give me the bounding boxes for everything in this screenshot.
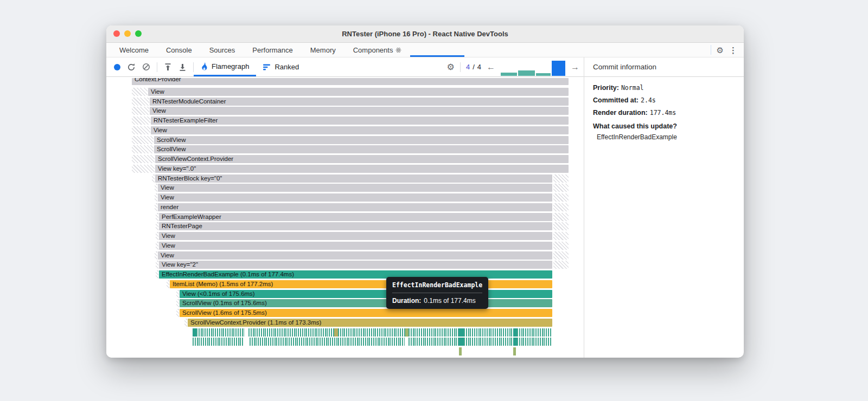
did-not-render-hatch [553, 203, 569, 211]
flame-row[interactable]: ItemList (Memo) (1.5ms of 177.2ms) [170, 280, 552, 288]
flame-row[interactable]: View [158, 193, 552, 202]
commit-bar-selected[interactable] [552, 61, 565, 76]
field-value: 2.4s [641, 96, 656, 104]
divider [157, 62, 157, 72]
download-profile-icon[interactable] [178, 63, 187, 72]
flame-micro-bars[interactable] [250, 338, 405, 346]
flame-micro-bars[interactable] [517, 328, 552, 337]
commit-bar[interactable] [501, 73, 517, 76]
flame-micro-bars[interactable] [517, 338, 552, 346]
flame-micro-bars[interactable] [196, 328, 244, 337]
flamegraph-tab-label: Flamegraph [212, 62, 249, 70]
flame-row-label: View [161, 252, 174, 258]
flame-row[interactable]: View [158, 184, 552, 192]
flame-row[interactable]: ScrollView (1.6ms of 175.5ms) [180, 309, 552, 317]
flame-row[interactable]: EffectInRenderBadExample (0.1ms of 177.4… [159, 270, 552, 279]
did-not-render-hatch [156, 270, 158, 279]
tab-label: Console [166, 46, 192, 54]
flame-row[interactable]: View [148, 88, 569, 96]
flame-row[interactable]: ScrollView [154, 136, 569, 144]
flame-micro-bars[interactable] [334, 328, 338, 337]
devtools-tab-performance[interactable]: Performance [244, 43, 301, 57]
flame-micro-bars[interactable] [464, 328, 513, 337]
flame-micro-bars[interactable] [459, 338, 464, 346]
flame-row[interactable]: RNTesterPage [159, 222, 552, 230]
flame-row[interactable]: View key=".0" [155, 165, 569, 173]
commit-bar[interactable] [536, 73, 551, 76]
devtools-tab-welcome[interactable]: Welcome [111, 43, 157, 57]
upload-profile-icon[interactable] [164, 63, 172, 72]
field-label: Priority: [593, 84, 619, 92]
flame-row[interactable]: View [151, 126, 569, 134]
flame-row[interactable]: ScrollViewContext.Provider (1.1ms of 173… [188, 319, 552, 327]
did-not-render-hatch [184, 319, 187, 327]
flame-row[interactable]: View [158, 251, 552, 260]
flame-row[interactable]: ScrollViewContext.Provider [155, 155, 569, 163]
window-title: RNTester (iPhone 16 Pro) - React Native … [342, 30, 508, 38]
flame-row[interactable]: View [159, 232, 552, 240]
flame-micro-bars[interactable] [513, 328, 517, 337]
devtools-tab-sources[interactable]: Sources [201, 43, 244, 57]
flame-row[interactable]: Context.Provider [132, 78, 569, 85]
close-window-button[interactable] [113, 30, 120, 37]
did-not-render-hatch [132, 98, 149, 106]
kebab-menu-icon[interactable]: ⋮ [729, 46, 737, 54]
tab-flamegraph[interactable]: Flamegraph [194, 57, 256, 76]
flame-micro-bars[interactable] [193, 328, 196, 337]
devtools-tab-memory[interactable]: Memory [302, 43, 344, 57]
flamegraph-canvas[interactable]: EffectInRenderBadExample Duration:0.1ms … [106, 77, 584, 358]
devtools-window: RNTester (iPhone 16 Pro) - React Native … [106, 25, 744, 358]
clear-profile-icon[interactable] [142, 63, 150, 71]
flame-micro-bars[interactable] [464, 338, 513, 346]
flame-row[interactable]: RNTesterModuleContainer [150, 98, 569, 106]
flame-row-label: ItemList (Memo) (1.5ms of 177.2ms) [173, 281, 273, 287]
flame-row[interactable]: View [159, 242, 552, 250]
devtools-tab-profiler[interactable] [410, 43, 464, 57]
toolbar-left-group [106, 57, 194, 76]
next-commit-arrow-icon[interactable]: → [571, 62, 579, 72]
flame-micro-bars[interactable] [459, 328, 464, 337]
commit-selector[interactable] [501, 61, 565, 76]
did-not-render-hatch [553, 242, 569, 250]
flame-micro-bars[interactable] [338, 328, 405, 337]
flame-micro-bars[interactable] [409, 338, 459, 346]
flame-row[interactable]: RNTesterBlock key="0" [155, 174, 552, 183]
flame-row-label: View [154, 127, 167, 133]
flame-row[interactable]: render [158, 203, 552, 211]
flame-row[interactable]: ScrollView (0.1ms of 175.6ms) [180, 299, 552, 307]
zoom-window-button[interactable] [135, 30, 142, 37]
devtools-tab-console[interactable]: Console [157, 43, 201, 57]
flame-row-label: ScrollView (0.1ms of 175.6ms) [182, 300, 267, 306]
profiler-settings-gear-icon[interactable]: ⚙ [447, 63, 455, 72]
previous-commit-arrow-icon[interactable]: ← [487, 62, 495, 72]
did-not-render-hatch [553, 251, 569, 260]
flame-row[interactable]: View [150, 107, 569, 115]
flame-row[interactable]: ScrollView [154, 145, 569, 153]
record-button[interactable] [114, 64, 120, 70]
flame-row[interactable]: PerfExampleWrapper [159, 213, 552, 221]
ranked-tab-label: Ranked [275, 63, 299, 71]
flame-micro-bars[interactable] [248, 328, 334, 337]
did-not-render-hatch [553, 232, 569, 240]
atom-icon [395, 47, 401, 53]
flame-micro-bars[interactable] [513, 338, 517, 346]
cause-component[interactable]: EffectInRenderBadExample [593, 133, 735, 141]
flame-row[interactable]: View (<0.1ms of 175.6ms) [180, 290, 552, 298]
devtools-tab-components[interactable]: Components [344, 43, 411, 57]
tooltip-duration-value: 0.1ms of 177.4ms [424, 297, 475, 305]
flame-micro-bars[interactable] [193, 338, 244, 346]
flame-micro-bars[interactable] [459, 347, 462, 355]
commit-info-field: Priority:Normal [593, 84, 735, 92]
flame-row-label: View [162, 242, 175, 249]
flame-row[interactable]: View key="2" [159, 261, 552, 269]
field-value: Normal [621, 84, 644, 92]
flame-micro-bars[interactable] [409, 328, 459, 337]
flame-micro-bars[interactable] [513, 347, 516, 355]
commit-bar[interactable] [518, 70, 535, 76]
minimize-window-button[interactable] [124, 30, 131, 37]
reload-and-profile-icon[interactable] [127, 63, 136, 72]
settings-gear-icon[interactable]: ⚙ [717, 46, 724, 54]
tab-ranked[interactable]: Ranked [256, 57, 306, 76]
flame-row[interactable]: RNTesterExampleFilter [151, 117, 569, 125]
flame-row-label: View [162, 232, 175, 239]
